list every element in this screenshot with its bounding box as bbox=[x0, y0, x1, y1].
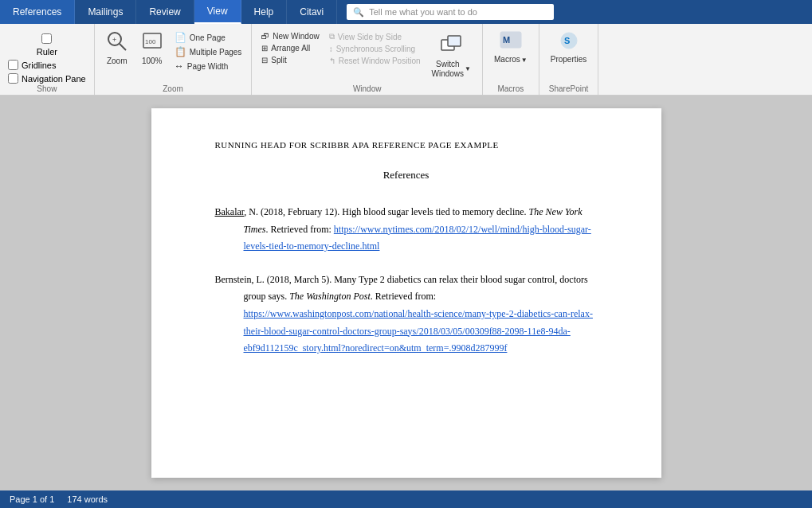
sharepoint-icon: S bbox=[557, 30, 581, 53]
macros-dropdown-icon: ▼ bbox=[521, 57, 528, 64]
view-side-by-side-icon: ⧉ bbox=[329, 32, 335, 41]
reset-window-position-button[interactable]: ↰ Reset Window Position bbox=[326, 55, 424, 67]
svg-text:M: M bbox=[503, 35, 510, 45]
multiple-pages-button[interactable]: 📋 Multiple Pages bbox=[171, 45, 245, 59]
document-title: References bbox=[215, 169, 598, 182]
page-width-button[interactable]: ↔ Page Width bbox=[171, 59, 245, 73]
zoom-button[interactable]: + Zoom bbox=[101, 27, 133, 69]
gridlines-checkbox[interactable]: Gridlines bbox=[8, 60, 86, 70]
window-buttons: 🗗 New Window ⊞ Arrange All ⊟ Split ⧉ Vie… bbox=[258, 27, 476, 84]
nav-pane-checkbox[interactable]: Navigation Pane bbox=[8, 73, 86, 84]
view-side-by-side-button[interactable]: ⧉ View Side by Side bbox=[326, 30, 424, 43]
split-button[interactable]: ⊟ Split bbox=[258, 54, 322, 66]
macros-icon: M bbox=[499, 30, 523, 53]
svg-rect-6 bbox=[448, 36, 461, 46]
macros-label-row: Macros ▼ bbox=[494, 55, 528, 64]
reset-window-icon: ↰ bbox=[329, 57, 335, 65]
zoom-group-label: Zoom bbox=[163, 84, 183, 95]
window-left-col: 🗗 New Window ⊞ Arrange All ⊟ Split bbox=[258, 27, 322, 84]
page-width-icon: ↔ bbox=[175, 61, 184, 72]
synchronous-scrolling-button[interactable]: ↕ Synchronous Scrolling bbox=[326, 43, 424, 55]
sharepoint-group: S Properties SharePoint bbox=[539, 24, 599, 95]
one-page-button[interactable]: 📄 One Page bbox=[171, 30, 245, 45]
macros-button[interactable]: M Macros ▼ bbox=[489, 27, 532, 68]
tab-citavi[interactable]: Citavi bbox=[287, 0, 337, 24]
switch-windows-icon bbox=[439, 33, 463, 58]
tab-help[interactable]: Help bbox=[241, 0, 288, 24]
page-info: Page 1 of 1 bbox=[10, 494, 54, 504]
tab-view[interactable]: View bbox=[194, 0, 241, 24]
switch-windows-label-row: SwitchWindows ▼ bbox=[432, 60, 472, 79]
arrange-all-button[interactable]: ⊞ Arrange All bbox=[258, 42, 322, 54]
zoom-icon: + bbox=[106, 30, 128, 55]
tab-bar: References Mailings Review View Help Cit… bbox=[0, 0, 812, 24]
svg-text:+: + bbox=[112, 36, 116, 44]
switch-windows-dropdown-icon: ▼ bbox=[465, 65, 471, 72]
arrange-all-icon: ⊞ bbox=[261, 44, 268, 53]
zoom-100-button[interactable]: 100 100% bbox=[136, 27, 168, 69]
macros-group-label: Macros bbox=[497, 84, 524, 95]
properties-button[interactable]: S Properties bbox=[546, 27, 592, 68]
running-head: RUNNING HEAD FOR SCRIBBR APA REFERENCE P… bbox=[215, 140, 598, 150]
show-group-label: Show bbox=[8, 84, 86, 95]
svg-text:S: S bbox=[564, 36, 570, 45]
ref2-author: Bernstein, L. (2018, March 5). Many Type… bbox=[215, 274, 588, 303]
show-checkboxes: Ruler Gridlines Navigation Pane bbox=[8, 29, 86, 84]
show-group: Ruler Gridlines Navigation Pane Show bbox=[0, 24, 95, 95]
document-page: RUNNING HEAD FOR SCRIBBR APA REFERENCE P… bbox=[151, 108, 661, 478]
ruler-checkbox-input[interactable] bbox=[41, 33, 52, 44]
search-area: 🔍 Tell me what you want to do bbox=[337, 0, 812, 24]
nav-pane-checkbox-input[interactable] bbox=[8, 73, 18, 84]
zoom-options-col: 📄 One Page 📋 Multiple Pages ↔ Page Width bbox=[171, 27, 245, 73]
main-content: RUNNING HEAD FOR SCRIBBR APA REFERENCE P… bbox=[0, 96, 812, 490]
zoom-buttons-row: + Zoom 100 100% 📄 One Page bbox=[101, 27, 245, 84]
window-group: 🗗 New Window ⊞ Arrange All ⊟ Split ⧉ Vie… bbox=[252, 24, 483, 95]
split-icon: ⊟ bbox=[261, 56, 268, 64]
ribbon: Ruler Gridlines Navigation Pane Show bbox=[0, 24, 812, 96]
switch-windows-button[interactable]: SwitchWindows ▼ bbox=[427, 27, 477, 84]
sharepoint-group-label: SharePoint bbox=[549, 84, 588, 95]
tab-mailings[interactable]: Mailings bbox=[75, 0, 136, 24]
new-window-button[interactable]: 🗗 New Window bbox=[258, 30, 322, 42]
search-box[interactable]: 🔍 Tell me what you want to do bbox=[347, 4, 554, 20]
svg-line-1 bbox=[120, 44, 126, 50]
new-window-icon: 🗗 bbox=[261, 32, 269, 41]
macros-group: M Macros ▼ Macros bbox=[483, 24, 539, 95]
word-count: 174 words bbox=[67, 494, 108, 504]
multiple-pages-icon: 📋 bbox=[175, 46, 186, 57]
reference-1: Bakalar, N. (2018, February 12). High bl… bbox=[215, 204, 598, 256]
sync-scrolling-icon: ↕ bbox=[329, 45, 333, 53]
one-page-icon: 📄 bbox=[175, 32, 186, 43]
status-bar: Page 1 of 1 174 words bbox=[0, 490, 812, 508]
reference-2: Bernstein, L. (2018, March 5). Many Type… bbox=[215, 272, 598, 358]
ruler-checkbox[interactable]: Ruler bbox=[8, 29, 86, 57]
tab-review[interactable]: Review bbox=[136, 0, 194, 24]
zoom-100-icon: 100 bbox=[141, 30, 163, 55]
svg-text:100: 100 bbox=[145, 38, 156, 45]
window-group-label: Window bbox=[258, 84, 476, 95]
zoom-group: + Zoom 100 100% 📄 One Page bbox=[95, 24, 253, 95]
ref2-link[interactable]: https://www.washingtonpost.com/national/… bbox=[244, 308, 593, 354]
search-icon: 🔍 bbox=[353, 7, 364, 18]
gridlines-checkbox-input[interactable] bbox=[8, 60, 18, 70]
tab-references[interactable]: References bbox=[0, 0, 75, 24]
window-right-col: ⧉ View Side by Side ↕ Synchronous Scroll… bbox=[326, 27, 424, 84]
